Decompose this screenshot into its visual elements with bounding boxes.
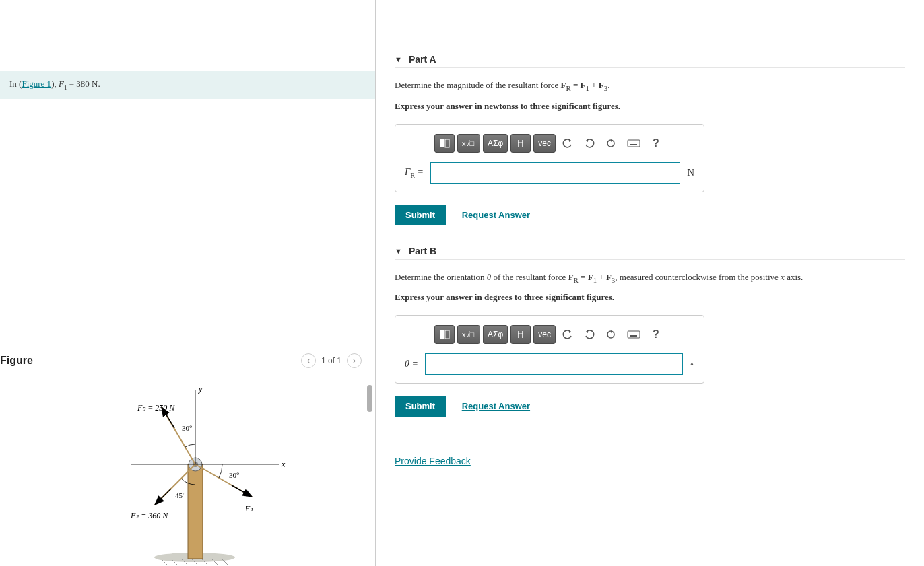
svg-text:y: y bbox=[198, 384, 203, 394]
right-pane: ▼ Part A Determine the magnitude of the … bbox=[376, 0, 924, 566]
left-pane: In (Figure 1), F1 = 380 N. Figure ‹ 1 of… bbox=[0, 0, 376, 566]
reset-button[interactable] bbox=[601, 326, 620, 343]
part-b-prompt: Determine the orientation θ of the resul… bbox=[395, 272, 905, 284]
figure-nav-text: 1 of 1 bbox=[321, 356, 341, 365]
svg-text:x: x bbox=[281, 460, 286, 469]
figure-title: Figure bbox=[0, 355, 33, 367]
reset-button[interactable] bbox=[601, 135, 620, 152]
greek-button[interactable]: ΑΣφ bbox=[483, 325, 508, 344]
part-a-equation: FR = F1 + F3 bbox=[561, 80, 608, 90]
svg-rect-27 bbox=[440, 139, 444, 147]
chevron-down-icon: ▼ bbox=[395, 55, 402, 63]
part-b-input-row: θ = ∘ bbox=[405, 353, 694, 375]
svg-text:F₁: F₁ bbox=[244, 504, 253, 514]
svg-text:30°: 30° bbox=[182, 424, 192, 432]
figure-link[interactable]: Figure 1 bbox=[22, 79, 51, 89]
undo-button[interactable] bbox=[558, 135, 577, 152]
figure-header: Figure ‹ 1 of 1 › bbox=[0, 353, 362, 374]
part-a-input-row: FR = N bbox=[405, 162, 694, 184]
help-button[interactable]: ? bbox=[647, 326, 665, 343]
svg-rect-41 bbox=[628, 331, 640, 338]
templates-button[interactable] bbox=[434, 134, 455, 153]
part-a-submit-button[interactable]: Submit bbox=[395, 205, 446, 225]
svg-rect-28 bbox=[445, 139, 449, 147]
help-button[interactable]: ? bbox=[647, 135, 665, 152]
intro-var: F1 bbox=[59, 79, 67, 89]
vec-button[interactable]: vec bbox=[533, 325, 556, 344]
keyboard-button[interactable] bbox=[623, 135, 645, 152]
svg-rect-8 bbox=[188, 464, 203, 559]
svg-text:30°: 30° bbox=[229, 471, 239, 479]
svg-text:x√□: x√□ bbox=[462, 139, 475, 147]
part-b-answer-box: x√□ ΑΣφ vec ? θ = ∘ bbox=[395, 315, 704, 384]
greek-button[interactable]: ΑΣφ bbox=[483, 134, 508, 153]
part-a-toolbar: x√□ ΑΣφ vec ? bbox=[405, 134, 694, 153]
scrollbar-thumb[interactable] bbox=[367, 385, 372, 412]
undo-button[interactable] bbox=[558, 326, 577, 343]
part-a-unit: N bbox=[687, 167, 694, 178]
figure-prev-button[interactable]: ‹ bbox=[301, 353, 316, 368]
intro-equals: = 380 N. bbox=[67, 79, 100, 89]
subscript-button[interactable] bbox=[510, 134, 531, 153]
svg-text:F₃ = 250 N: F₃ = 250 N bbox=[137, 403, 175, 413]
svg-rect-37 bbox=[440, 330, 444, 339]
part-b-instruction: Express your answer in degrees to three … bbox=[395, 292, 905, 303]
svg-rect-31 bbox=[628, 140, 640, 147]
part-b-unit: ∘ bbox=[690, 360, 694, 369]
part-a-request-link[interactable]: Request Answer bbox=[458, 209, 534, 221]
part-b-section: ▼ Part B Determine the orientation θ of … bbox=[395, 246, 905, 417]
keyboard-button[interactable] bbox=[623, 326, 645, 343]
part-b-submit-button[interactable]: Submit bbox=[395, 396, 446, 417]
figure-body: y x F₃ = 250 N F₂ = 360 N F₁ 30° 30° 45° bbox=[0, 377, 362, 566]
templates-button[interactable] bbox=[434, 325, 455, 344]
part-b-title: Part B bbox=[409, 246, 436, 256]
svg-text:x√□: x√□ bbox=[462, 330, 475, 339]
part-a-prompt: Determine the magnitude of the resultant… bbox=[395, 80, 905, 92]
svg-line-16 bbox=[155, 489, 171, 505]
vec-button[interactable]: vec bbox=[533, 134, 556, 153]
chevron-down-icon: ▼ bbox=[395, 247, 402, 255]
subscript-button[interactable] bbox=[510, 325, 531, 344]
svg-rect-38 bbox=[445, 330, 449, 339]
part-b-equation: FR = F1 + F3 bbox=[568, 272, 616, 282]
svg-line-15 bbox=[232, 485, 252, 497]
problem-intro: In (Figure 1), F1 = 380 N. bbox=[0, 71, 375, 99]
part-b-header[interactable]: ▼ Part B bbox=[395, 246, 905, 260]
part-a-var-label: FR = bbox=[405, 167, 424, 179]
figure-nav: ‹ 1 of 1 › bbox=[301, 353, 362, 368]
provide-feedback-link[interactable]: Provide Feedback bbox=[395, 456, 471, 466]
redo-button[interactable] bbox=[580, 135, 599, 152]
part-a-section: ▼ Part A Determine the magnitude of the … bbox=[395, 54, 905, 225]
math-symbols-button[interactable]: x√□ bbox=[457, 325, 480, 344]
part-b-var-label: θ = bbox=[405, 359, 418, 369]
part-a-instruction: Express your answer in newtonss to three… bbox=[395, 101, 905, 112]
part-b-request-link[interactable]: Request Answer bbox=[458, 400, 534, 412]
redo-button[interactable] bbox=[580, 326, 599, 343]
part-a-title: Part A bbox=[409, 54, 436, 65]
svg-text:45°: 45° bbox=[175, 491, 185, 499]
part-b-toolbar: x√□ ΑΣφ vec ? bbox=[405, 325, 694, 344]
math-symbols-button[interactable]: x√□ bbox=[457, 134, 480, 153]
part-b-input[interactable] bbox=[425, 353, 683, 375]
intro-after: ), bbox=[51, 79, 59, 89]
intro-prefix: In ( bbox=[9, 79, 22, 89]
part-a-header[interactable]: ▼ Part A bbox=[395, 54, 905, 68]
part-a-input[interactable] bbox=[430, 162, 680, 184]
svg-text:F₂ = 360 N: F₂ = 360 N bbox=[130, 511, 168, 520]
figure-diagram: y x F₃ = 250 N F₂ = 360 N F₁ 30° 30° 45° bbox=[50, 384, 306, 566]
part-a-answer-box: x√□ ΑΣφ vec ? FR = N bbox=[395, 124, 704, 192]
figure-next-button[interactable]: › bbox=[347, 353, 362, 368]
